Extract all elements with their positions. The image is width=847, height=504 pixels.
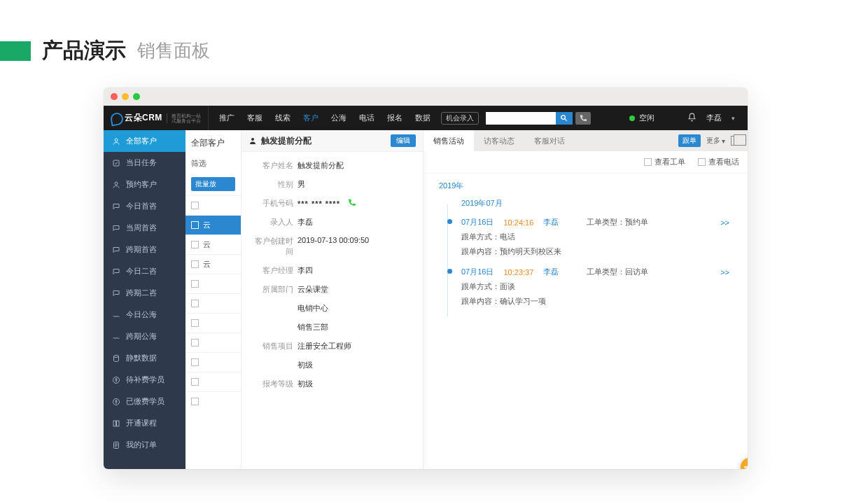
nav-enroll[interactable]: 报名 bbox=[382, 113, 407, 123]
table-row[interactable]: 云 bbox=[186, 215, 241, 234]
sidebar-item-orders[interactable]: 我的订单 bbox=[104, 434, 186, 456]
chat-icon bbox=[112, 289, 120, 298]
expand-button[interactable]: >> bbox=[720, 268, 735, 276]
field-label: 客户经理 bbox=[250, 265, 298, 276]
minimize-icon[interactable] bbox=[122, 93, 129, 100]
table-row[interactable] bbox=[186, 372, 241, 391]
sidebar-item-week-first[interactable]: 当周首咨 bbox=[104, 217, 186, 239]
main: 全部客户 当日任务 预约客户 今日首咨 当周首咨 跨期首咨 今日二咨 跨期二咨 … bbox=[104, 130, 748, 469]
sidebar-item-today-first[interactable]: 今日首咨 bbox=[104, 195, 186, 217]
nav-promo[interactable]: 推广 bbox=[214, 113, 239, 123]
table-row[interactable]: 云 bbox=[186, 254, 241, 274]
field-value: 销售三部 bbox=[298, 322, 414, 332]
sidebar-item-cross-pool[interactable]: 跨期公海 bbox=[104, 326, 186, 347]
field-label: 客户姓名 bbox=[250, 160, 298, 171]
sidebar-item-silent[interactable]: 静默数据 bbox=[104, 347, 186, 369]
sidebar-item-today-pool[interactable]: 今日公海 bbox=[104, 304, 186, 326]
chat-icon bbox=[112, 224, 120, 232]
sidebar-item-today-second[interactable]: 今日二咨 bbox=[104, 260, 186, 282]
nav-pool[interactable]: 公海 bbox=[326, 113, 351, 123]
bulk-release-button[interactable]: 批量放 bbox=[191, 177, 235, 191]
sidebar-item-cross-second[interactable]: 跨期二咨 bbox=[104, 282, 186, 304]
entry-date: 07月16日 bbox=[461, 267, 493, 277]
sidebar-item-label: 跨期二咨 bbox=[126, 288, 157, 298]
search-button[interactable] bbox=[556, 112, 573, 125]
opportunity-entry-button[interactable]: 机会录入 bbox=[441, 112, 479, 125]
money-icon bbox=[112, 376, 120, 384]
table-row[interactable] bbox=[186, 391, 241, 411]
nav-data[interactable]: 数据 bbox=[410, 113, 435, 123]
chat-icon bbox=[112, 267, 120, 276]
checkbox[interactable] bbox=[191, 378, 199, 386]
svg-point-4 bbox=[115, 182, 118, 185]
checkbox[interactable] bbox=[191, 202, 199, 209]
table-row[interactable] bbox=[186, 352, 241, 372]
view-ticket-toggle[interactable]: 查看工单 bbox=[644, 157, 685, 167]
chat-icon bbox=[112, 246, 120, 254]
field-value: 云朵课堂 bbox=[298, 284, 414, 295]
checkbox[interactable] bbox=[191, 319, 199, 327]
sidebar-item-all-customers[interactable]: 全部客户 bbox=[104, 130, 186, 152]
checkbox[interactable] bbox=[191, 398, 199, 405]
checkbox[interactable] bbox=[191, 221, 199, 229]
person-icon bbox=[112, 181, 120, 189]
phone-masked: *** *** **** bbox=[298, 200, 340, 208]
tab-visitor[interactable]: 访客动态 bbox=[474, 130, 524, 151]
table-row[interactable] bbox=[186, 332, 241, 352]
dial-button[interactable] bbox=[575, 112, 591, 125]
nav-support[interactable]: 客服 bbox=[242, 113, 267, 123]
timeline-dot bbox=[447, 219, 452, 224]
sidebar-item-pending-fee[interactable]: 待补费学员 bbox=[104, 369, 186, 391]
field-value: *** *** **** bbox=[298, 198, 414, 209]
sidebar-item-open-course[interactable]: 开通课程 bbox=[104, 412, 186, 434]
notifications-button[interactable] bbox=[687, 113, 696, 123]
sidebar-item-appointment[interactable]: 预约客户 bbox=[104, 174, 186, 195]
search-input[interactable] bbox=[486, 112, 556, 125]
table-row[interactable] bbox=[186, 274, 241, 293]
content: 全部客户 筛选 批量放 云 云 云 触发提 bbox=[186, 130, 748, 469]
sidebar-item-cross-first[interactable]: 跨期首咨 bbox=[104, 239, 186, 260]
checkbox[interactable] bbox=[191, 300, 199, 307]
tab-support-chat[interactable]: 客服对话 bbox=[524, 130, 575, 151]
close-icon[interactable] bbox=[111, 93, 118, 100]
table-row[interactable] bbox=[186, 313, 241, 332]
filter-row[interactable]: 筛选 bbox=[186, 153, 241, 173]
table-row[interactable]: 云 bbox=[186, 234, 241, 254]
nav-customers[interactable]: 客户 bbox=[298, 113, 323, 123]
checkbox[interactable] bbox=[191, 339, 199, 346]
checkbox[interactable] bbox=[191, 280, 199, 288]
edit-button[interactable]: 编辑 bbox=[391, 134, 416, 147]
checkbox[interactable] bbox=[644, 158, 652, 166]
chevron-down-icon[interactable]: ▾ bbox=[732, 115, 735, 122]
sidebar-item-label: 今日二咨 bbox=[126, 266, 157, 276]
svg-point-2 bbox=[115, 139, 118, 141]
logo[interactable]: 云朵CRM 教育机构一站 式服务云平台 bbox=[104, 106, 209, 130]
nav-leads[interactable]: 线索 bbox=[270, 113, 295, 123]
call-button[interactable] bbox=[347, 198, 356, 209]
popout-icon[interactable] bbox=[731, 136, 742, 146]
entry-content: 跟单内容：确认学习一项 bbox=[461, 296, 735, 307]
view-call-toggle[interactable]: 查看电话 bbox=[698, 157, 739, 167]
nav-phone[interactable]: 电话 bbox=[354, 113, 379, 123]
tab-sales-activity[interactable]: 销售活动 bbox=[424, 130, 474, 151]
followup-button[interactable]: 跟单 bbox=[678, 134, 701, 147]
sidebar-item-paid[interactable]: 已缴费学员 bbox=[104, 391, 186, 412]
entry-content: 跟单内容：预约明天到校区来 bbox=[461, 246, 735, 257]
sidebar-item-label: 全部客户 bbox=[126, 136, 157, 146]
top-nav: 推广 客服 线索 客户 公海 电话 报名 数据 bbox=[214, 113, 435, 123]
user-name[interactable]: 李磊 bbox=[706, 113, 722, 123]
expand-button[interactable]: >> bbox=[720, 218, 735, 227]
search-icon bbox=[560, 114, 568, 122]
maximize-icon[interactable] bbox=[133, 93, 140, 100]
checkbox[interactable] bbox=[191, 358, 199, 366]
page-subtitle: 销售面板 bbox=[137, 38, 210, 63]
sidebar-item-today-task[interactable]: 当日任务 bbox=[104, 152, 186, 174]
entry-time: 10:23:37 bbox=[503, 268, 533, 276]
checkbox[interactable] bbox=[698, 158, 706, 166]
more-menu[interactable]: 更多▾ bbox=[706, 136, 725, 146]
table-row[interactable] bbox=[186, 293, 241, 313]
entry-method: 跟单方式：电话 bbox=[461, 232, 735, 242]
checkbox[interactable] bbox=[191, 260, 199, 268]
checkbox[interactable] bbox=[191, 241, 199, 248]
search-group bbox=[486, 112, 591, 125]
